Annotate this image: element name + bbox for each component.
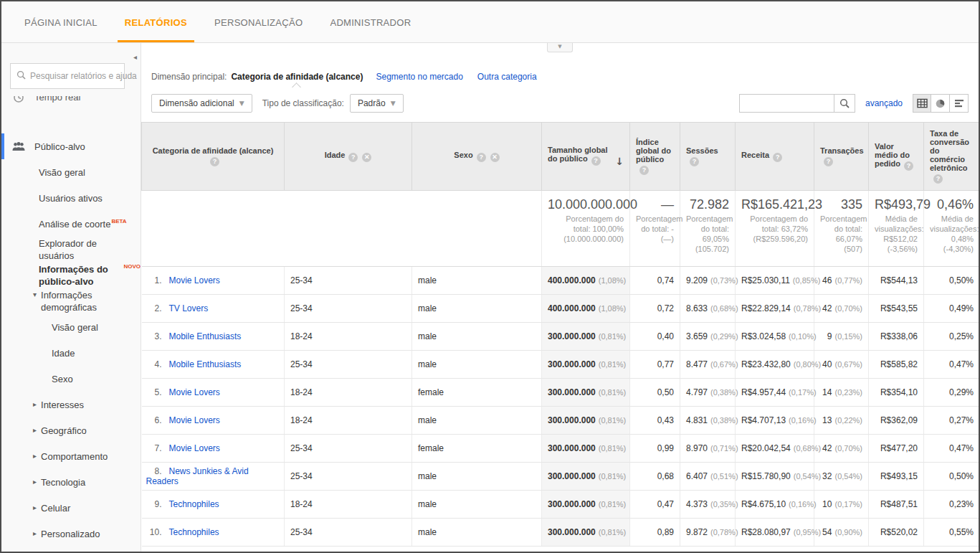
dimension-link-outra[interactable]: Outra categoria <box>477 72 537 82</box>
summary-aov: R$493,79Média de visualizações: R$512,02… <box>869 191 924 267</box>
sidebar-item-personalizado[interactable]: ▸Personalizado <box>1 521 141 547</box>
column-header-idade[interactable]: Idade?✕ <box>285 123 412 191</box>
row-rank: 6. <box>146 415 162 425</box>
sidebar-item-tecnologia[interactable]: ▸Tecnologia <box>1 469 141 495</box>
remove-column-icon[interactable]: ✕ <box>362 153 371 162</box>
help-icon[interactable]: ? <box>639 166 649 175</box>
caret-right-icon: ▸ <box>33 504 37 511</box>
table-row: 6.Movie Lovers 18-24 male 300.000.000(0,… <box>142 407 979 435</box>
table-row: 2.TV Lovers 25-34 male 400.000.000(1,08%… <box>142 295 979 323</box>
help-icon[interactable]: ? <box>348 153 358 162</box>
summary-sessions: 72.982Porcentagem do total: 69,05% (105.… <box>680 191 736 267</box>
category-link[interactable]: Mobile Enthusiasts <box>169 331 242 341</box>
table-view-icon <box>917 98 928 108</box>
sessions-cell: 9.872(0,78%) <box>680 519 736 547</box>
tab-relatorios[interactable]: RELATÓRIOS <box>118 1 194 42</box>
sidebar-item-vis-o-geral[interactable]: Visão geral <box>1 314 141 340</box>
gender-cell: male <box>412 323 542 351</box>
category-link[interactable]: TV Lovers <box>169 303 209 313</box>
percentage-view-button[interactable] <box>931 94 950 113</box>
summary-row: 10.000.000.000Porcentagem do total: 100,… <box>142 191 979 267</box>
column-header-indice[interactable]: Índice global do público? <box>630 123 680 191</box>
sidebar-item-p-blico-alvo[interactable]: Público-alvo <box>1 133 141 159</box>
sidebar-item-interesses[interactable]: ▸Interesses <box>1 392 141 417</box>
category-link[interactable]: Technophiles <box>169 527 219 537</box>
sessions-cell: 8.633(0,68%) <box>680 295 736 323</box>
conv-cell: 0,50% <box>924 463 979 491</box>
sidebar-item-vis-o-geral[interactable]: Visão geral <box>1 159 141 185</box>
table-search-input[interactable] <box>739 94 834 113</box>
primary-dimension-selected[interactable]: Categoria de afinidade (alcance) <box>231 72 363 82</box>
category-link[interactable]: Movie Lovers <box>169 443 220 453</box>
sidebar-item-usu-rios-ativos[interactable]: Usuários ativos <box>1 185 141 211</box>
sidebar-item-comportamento[interactable]: ▸Comportamento <box>1 443 141 469</box>
category-link[interactable]: Movie Lovers <box>169 415 220 425</box>
new-badge: BETA <box>111 218 126 225</box>
category-cell: 5.Movie Lovers <box>142 379 285 407</box>
help-icon[interactable]: ? <box>904 161 913 171</box>
help-icon[interactable]: ? <box>773 153 782 162</box>
tab-administrador[interactable]: ADMINISTRADOR <box>323 1 418 42</box>
aov-cell: R$520,02 <box>869 519 924 547</box>
dimension-label: Dimensão principal: <box>151 72 227 82</box>
transactions-cell: 13(0,22%) <box>814 407 869 435</box>
performance-view-button[interactable] <box>950 94 969 113</box>
column-header-taxa-conversao[interactable]: Taxa de conversão do comércio eletrônico… <box>924 123 979 191</box>
sort-type-button[interactable]: Padrão ▼ <box>350 94 404 113</box>
table-view-button[interactable] <box>913 94 931 113</box>
table-row: 9.Technophiles 18-24 male 300.000.000(0,… <box>142 491 979 519</box>
gender-cell: male <box>412 267 542 295</box>
sidebar-item-informa-es-do-p-blico-alvo[interactable]: Informações do público-alvoNOVO <box>1 263 141 288</box>
dimension-link-segmento[interactable]: Segmento no mercado <box>376 72 462 82</box>
column-header-valor-medio[interactable]: Valor médio do pedido? <box>869 123 924 191</box>
transactions-cell: 54(0,90%) <box>814 519 869 547</box>
sidebar-search-input[interactable] <box>30 71 141 81</box>
sessions-cell: 4.831(0,38%) <box>680 407 736 435</box>
help-icon[interactable]: ? <box>477 153 486 162</box>
sessions-cell: 4.797(0,38%) <box>680 379 736 407</box>
column-header-receita[interactable]: Receita? <box>736 123 814 191</box>
remove-column-icon[interactable]: ✕ <box>490 153 500 162</box>
tab-personalizacao[interactable]: PERSONALIZAÇÃO <box>207 1 310 42</box>
column-header-sexo[interactable]: Sexo?✕ <box>412 123 542 191</box>
sidebar-item-sexo[interactable]: Sexo <box>1 366 141 392</box>
column-header-transacoes[interactable]: Transações? <box>814 123 869 191</box>
category-link[interactable]: Technophiles <box>169 499 219 509</box>
size-cell: 300.000.000(0,81%) <box>542 491 630 519</box>
category-link[interactable]: Mobile Enthusiasts <box>169 359 242 369</box>
sidebar-collapse-icon[interactable]: ◂ <box>133 53 137 61</box>
sidebar-search[interactable] <box>10 63 125 89</box>
sidebar-item-informa-es-demogr-ficas[interactable]: ▾Informações demográficas <box>1 288 141 314</box>
help-icon[interactable]: ? <box>690 157 699 166</box>
panel-collapse-icon[interactable]: ▼ <box>547 43 573 52</box>
table-search-button[interactable] <box>834 94 855 113</box>
advanced-filter-link[interactable]: avançado <box>865 98 903 108</box>
table-row: 5.Movie Lovers 18-24 female 300.000.000(… <box>142 379 979 407</box>
help-icon[interactable]: ? <box>210 157 219 166</box>
category-link[interactable]: Movie Lovers <box>169 275 220 285</box>
sidebar-item-explorador-de-usu-rios[interactable]: Explorador de usuários <box>1 237 141 263</box>
new-badge: NOVO <box>123 263 141 270</box>
category-cell: 3.Mobile Enthusiasts <box>142 323 285 351</box>
conv-cell: 0,49% <box>924 295 979 323</box>
help-icon[interactable]: ? <box>591 156 601 166</box>
transactions-cell: 10(0,17%) <box>814 491 869 519</box>
sidebar-item-idade[interactable]: Idade <box>1 340 141 366</box>
row-rank: 9. <box>146 499 162 509</box>
sidebar-item-an-lise-de-coorte[interactable]: Análise de coorteBETA <box>1 211 141 237</box>
sidebar-item-geogr-fico[interactable]: ▸Geográfico <box>1 417 141 443</box>
column-header-categoria[interactable]: Categoria de afinidade (alcance)? <box>142 123 285 191</box>
size-cell: 300.000.000(0,81%) <box>542 323 630 351</box>
sort-descending-icon: ↓ <box>615 156 624 167</box>
help-icon[interactable]: ? <box>933 174 943 184</box>
table-row: 1.Movie Lovers 25-34 male 400.000.000(1,… <box>142 267 979 295</box>
column-header-sessoes[interactable]: Sessões? <box>680 123 736 191</box>
sidebar-item-tempo-real[interactable]: Tempo real <box>1 96 141 122</box>
sidebar-menu: Tempo realPúblico-alvoVisão geralUsuário… <box>1 96 141 547</box>
category-link[interactable]: Movie Lovers <box>169 387 220 397</box>
tab-pagina-inicial[interactable]: PÁGINA INICIAL <box>17 1 105 42</box>
help-icon[interactable]: ? <box>824 157 833 166</box>
sidebar-item-celular[interactable]: ▸Celular <box>1 495 141 521</box>
column-header-tamanho[interactable]: ↓Tamanho global do público? <box>542 123 630 191</box>
secondary-dimension-button[interactable]: Dimensão adicional ▼ <box>151 94 252 113</box>
